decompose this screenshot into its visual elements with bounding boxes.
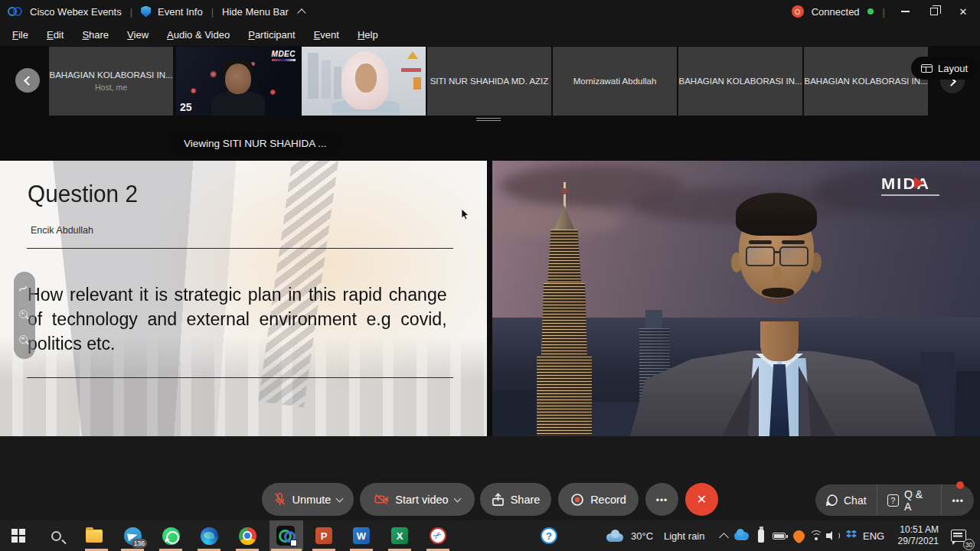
video-thumbnail-logo [401,68,421,72]
event-info-button[interactable]: Event Info [158,6,203,18]
speaker-mouth [768,300,788,303]
title-bar: Cisco Webex Events | Event Info | Hide M… [0,0,980,23]
speaker-glasses [779,246,808,266]
participant-tile-host[interactable]: BAHAGIAN KOLABORASI IN... Host, me [49,47,173,116]
chevron-down-icon[interactable] [336,494,344,502]
wifi-tray-icon[interactable] [807,527,825,545]
weather-temperature[interactable]: 30°C [631,520,653,551]
edge-button[interactable] [200,527,218,545]
start-video-button[interactable]: Start video [360,483,475,516]
more-options-button[interactable] [645,483,678,516]
participant-tile-video-mdec[interactable]: MDEC 25 [176,47,300,116]
record-button-label: Record [590,494,626,506]
mouse-cursor [461,208,469,220]
chat-bubble-icon [825,494,838,507]
menu-participant[interactable]: Participant [239,25,304,44]
battery-icon [773,533,786,540]
minimize-button[interactable] [894,2,916,21]
battery-tray-icon[interactable] [769,527,788,545]
participant-name: BAHAGIAN KOLABORASI IN... [804,77,928,86]
annotation-toolbar[interactable] [14,272,35,359]
building [956,371,980,436]
menu-file[interactable]: File [3,25,38,44]
chevron-up-icon[interactable] [297,8,305,17]
folder-icon [86,530,103,543]
weather-description[interactable]: Light rain [664,520,704,551]
help-button[interactable]: ? [540,527,558,545]
unmute-button[interactable]: Unmute [262,483,354,516]
onedrive-tray-icon[interactable] [732,527,750,545]
participant-tile[interactable]: BAHAGIAN KOLABORASI IN... [804,47,928,116]
petronas-tower [547,230,581,285]
file-explorer-button[interactable] [85,527,103,545]
participant-tile[interactable]: BAHAGIAN KOLABORASI IN... [678,47,802,116]
panel-buttons-group: Chat Q & A [815,484,974,516]
filmstrip-prev-button[interactable] [15,68,40,93]
menu-event[interactable]: Event [305,25,348,44]
maximize-button[interactable] [923,2,945,21]
slide-title: Question 2 [28,181,138,208]
zoom-in-icon[interactable] [19,310,30,321]
edge-icon [201,527,218,545]
whatsapp-button[interactable] [162,527,180,545]
weather-icon[interactable] [606,527,625,545]
chrome-button[interactable] [238,527,256,545]
search-button[interactable] [47,527,65,545]
question-box-icon [887,494,900,507]
qa-button[interactable]: Q & A [877,484,942,516]
menu-view[interactable]: View [118,25,158,44]
language-indicator[interactable]: ENG [863,520,884,551]
tray-overflow-button[interactable] [714,527,733,545]
powerpoint-icon: P [315,527,332,544]
participant-tile-video-presenter[interactable] [302,47,426,116]
excel-icon: X [391,527,408,544]
chevron-down-icon[interactable] [453,494,461,502]
usb-tray-icon[interactable] [752,527,770,545]
telegram-button[interactable]: 136 [123,527,142,545]
mida-logo-caption [881,194,939,196]
participant-tile[interactable]: SITI NUR SHAHIDA MD. AZIZ [427,47,551,116]
slide-presenter-name: Encik Abdullah [31,225,93,236]
windows-taskbar: 136 P W X ? 30°C Light rain ENG 10:51 AM… [0,520,980,551]
zoom-out-icon[interactable] [19,335,30,346]
filmstrip-resize-handle[interactable] [476,116,501,121]
powerpoint-button[interactable]: P [315,527,333,545]
participant-tile[interactable]: Mornizawati Abdullah [553,47,677,116]
excel-button[interactable]: X [390,527,409,545]
clock[interactable]: 10:51 AM 29/7/2021 [888,520,939,551]
connection-status-icon [792,5,804,18]
chevron-left-icon [24,76,34,86]
menu-audio-video[interactable]: Audio & Video [158,25,239,44]
menu-edit[interactable]: Edit [38,25,73,44]
rain-cloud-icon [606,530,625,542]
layout-button[interactable]: Layout [911,57,978,80]
menu-share[interactable]: Share [73,25,118,44]
chat-button[interactable]: Chat [815,484,877,516]
annotate-pen-icon[interactable] [19,285,30,295]
webex-taskbar-button[interactable] [276,527,295,545]
close-button[interactable] [952,2,974,21]
start-button[interactable] [9,527,28,545]
volume-tray-icon[interactable] [824,527,842,545]
qa-button-label: Q & A [904,488,931,513]
record-button[interactable]: Record [558,483,639,516]
meeting-control-bar: Unmute Start video Share Record [0,436,980,520]
action-center-button[interactable]: 30 [949,527,968,545]
leave-meeting-button[interactable] [685,483,718,516]
petronas-tower [537,357,592,436]
chrome-icon [239,527,256,545]
dropbox-tray-icon[interactable] [842,527,861,545]
share-button-label: Share [511,494,541,506]
hide-menu-bar-button[interactable]: Hide Menu Bar [222,6,289,18]
mdec-25-badge: 25 [180,101,192,113]
connection-status-label: Connected [812,6,860,18]
menu-help[interactable]: Help [348,25,387,44]
close-icon [959,6,968,18]
snipping-tool-button[interactable] [429,527,447,545]
active-speaker-video: MIDA [492,161,980,436]
video-thumbnail-skyline [308,53,318,99]
avast-tray-icon[interactable] [789,527,808,545]
share-button[interactable]: Share [480,483,551,516]
more-panels-button[interactable] [942,484,974,516]
word-button[interactable]: W [352,527,371,545]
